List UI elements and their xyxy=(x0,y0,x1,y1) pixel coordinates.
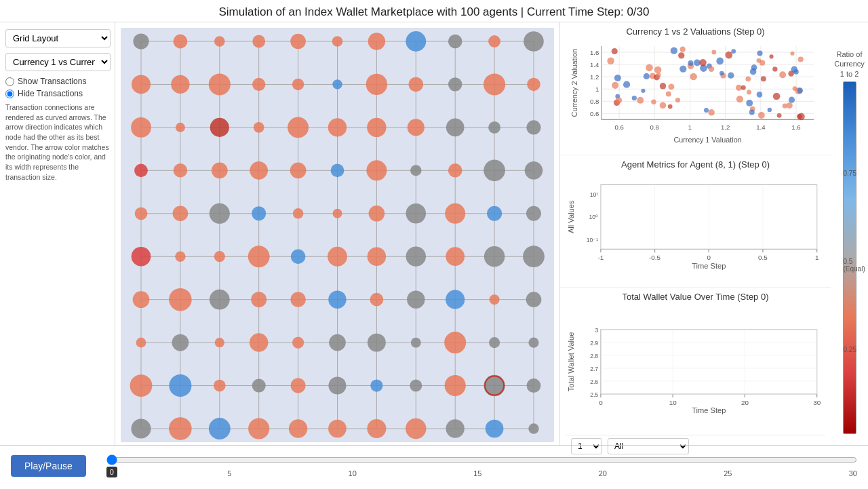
metric-dropdown[interactable]: Currency 1 vs Currency 2 Currency 1 only… xyxy=(5,53,111,71)
svg-point-79 xyxy=(248,246,270,267)
svg-point-161 xyxy=(612,82,618,89)
svg-point-231 xyxy=(760,60,765,66)
show-transactions-radio[interactable]: Show Transactions xyxy=(5,77,109,86)
svg-point-25 xyxy=(290,34,306,50)
svg-point-86 xyxy=(523,246,545,267)
svg-point-65 xyxy=(135,207,148,220)
svg-text:Total Wallet Value: Total Wallet Value xyxy=(567,332,575,392)
svg-point-233 xyxy=(708,109,715,116)
svg-point-29 xyxy=(448,35,462,48)
svg-point-215 xyxy=(797,114,802,119)
svg-point-28 xyxy=(406,31,426,52)
timeline-labels: 0 5 10 15 20 25 30 xyxy=(106,469,857,477)
svg-point-107 xyxy=(489,337,500,348)
svg-point-218 xyxy=(709,66,715,73)
svg-point-169 xyxy=(736,96,743,102)
color-bar-tick-1: 1 xyxy=(844,81,848,89)
svg-point-111 xyxy=(214,380,226,392)
svg-point-100 xyxy=(215,338,224,347)
svg-point-40 xyxy=(448,77,462,91)
svg-text:Currency 2 Valuation: Currency 2 Valuation xyxy=(570,49,578,117)
svg-point-98 xyxy=(136,338,146,348)
svg-point-129 xyxy=(486,420,504,438)
svg-point-113 xyxy=(291,378,306,393)
svg-point-219 xyxy=(607,58,614,64)
time-badge: 0 xyxy=(106,467,117,477)
grid-canvas[interactable] xyxy=(121,28,554,442)
svg-text:-0.5: -0.5 xyxy=(649,254,661,261)
svg-point-58 xyxy=(290,162,307,178)
svg-point-39 xyxy=(409,77,423,92)
svg-point-105 xyxy=(411,338,421,348)
svg-point-85 xyxy=(484,246,505,267)
svg-point-232 xyxy=(616,97,623,104)
timeline-slider[interactable] xyxy=(106,454,857,465)
svg-text:1.6: 1.6 xyxy=(791,123,800,131)
svg-point-104 xyxy=(368,334,386,352)
metrics-chart-area: -1-0.500.5110⁻¹10⁰10¹Time StepAll Values xyxy=(566,171,825,277)
svg-point-52 xyxy=(488,121,500,134)
svg-text:2.8: 2.8 xyxy=(590,353,598,359)
wallet-svg: 01020302.52.62.72.82.93Time StepTotal Wa… xyxy=(566,303,825,435)
timeline-container: 0 5 10 15 20 25 30 0 xyxy=(106,454,857,477)
svg-point-175 xyxy=(614,75,621,81)
svg-point-48 xyxy=(328,118,347,136)
svg-point-44 xyxy=(176,123,185,132)
svg-point-106 xyxy=(444,332,466,353)
hide-transactions-input[interactable] xyxy=(5,90,14,98)
svg-point-23 xyxy=(214,36,225,47)
svg-rect-261 xyxy=(601,330,817,394)
svg-point-115 xyxy=(370,379,382,391)
svg-text:0.8: 0.8 xyxy=(650,123,659,131)
svg-point-199 xyxy=(646,64,653,71)
svg-point-42 xyxy=(527,78,540,92)
svg-point-191 xyxy=(668,104,673,109)
svg-point-121 xyxy=(169,417,192,440)
svg-text:1.2: 1.2 xyxy=(590,73,599,81)
hide-transactions-radio[interactable]: Hide Transactions xyxy=(5,89,109,98)
color-bar-tick-2: 0.75 xyxy=(844,170,856,177)
scatter-section: Currency 1 vs 2 Valuations (Step 0) 0.60… xyxy=(560,22,831,155)
svg-text:Time Step: Time Step xyxy=(692,407,726,415)
svg-point-221 xyxy=(688,60,693,66)
show-transactions-input[interactable] xyxy=(5,77,14,86)
svg-point-95 xyxy=(446,290,465,309)
svg-point-54 xyxy=(134,164,148,178)
svg-point-72 xyxy=(406,203,427,224)
svg-point-176 xyxy=(704,108,709,113)
svg-point-114 xyxy=(328,377,346,395)
svg-point-97 xyxy=(526,292,542,307)
svg-point-84 xyxy=(446,247,465,266)
svg-point-70 xyxy=(332,209,342,218)
svg-point-96 xyxy=(490,294,500,305)
svg-point-21 xyxy=(133,33,149,49)
metrics-svg: -1-0.500.5110⁻¹10⁰10¹Time StepAll Values xyxy=(566,171,825,277)
svg-point-77 xyxy=(175,252,185,262)
color-bar-title: Ratio of Currency 1 to 2 xyxy=(833,50,865,79)
svg-point-214 xyxy=(679,65,686,72)
color-bar: Ratio of Currency 1 to 2 1 0.75 0.5 (Equ… xyxy=(831,22,868,445)
scatter-chart-area: 0.60.60.80.8111.21.21.41.41.61.6Currency… xyxy=(566,38,825,144)
svg-point-167 xyxy=(746,100,753,106)
svg-text:0.8: 0.8 xyxy=(590,98,599,105)
svg-point-68 xyxy=(252,206,266,220)
svg-point-50 xyxy=(408,119,425,136)
play-pause-button[interactable]: Play/Pause xyxy=(11,455,86,477)
scatter-title: Currency 1 vs 2 Valuations (Step 0) xyxy=(566,26,825,37)
svg-point-117 xyxy=(445,375,466,396)
svg-point-47 xyxy=(288,117,309,138)
svg-point-56 xyxy=(212,162,228,178)
svg-point-207 xyxy=(769,54,773,58)
left-panel: Grid Layout Random Layout Circle Layout … xyxy=(0,22,115,445)
color-bar-tick-3: 0.5 (Equal) xyxy=(844,258,869,273)
svg-point-36 xyxy=(292,79,304,90)
svg-text:1.6: 1.6 xyxy=(590,49,599,56)
svg-point-213 xyxy=(757,92,763,98)
svg-point-210 xyxy=(747,90,751,95)
svg-point-110 xyxy=(169,374,191,397)
svg-text:0: 0 xyxy=(599,399,603,406)
svg-text:20: 20 xyxy=(741,399,749,406)
layout-dropdown[interactable]: Grid Layout Random Layout Circle Layout xyxy=(5,29,111,47)
svg-point-112 xyxy=(252,379,266,393)
svg-text:10⁻¹: 10⁻¹ xyxy=(587,236,599,243)
